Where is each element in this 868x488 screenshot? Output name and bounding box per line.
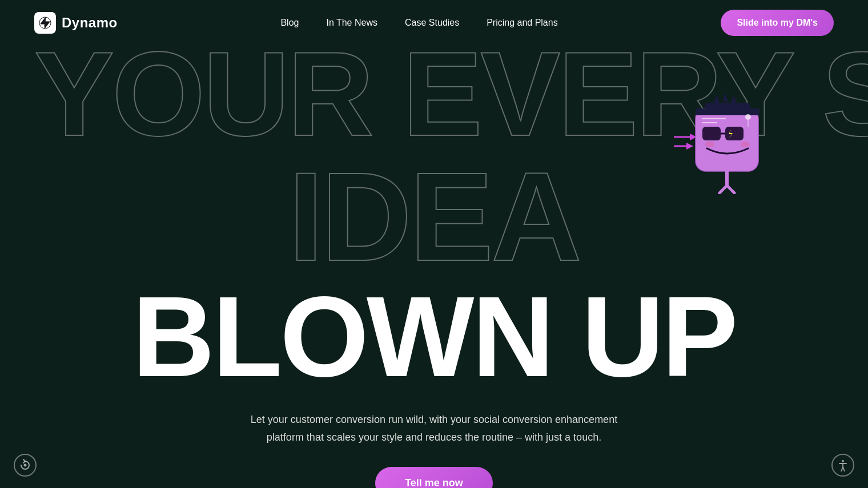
navigation: Dynamo Blog In The News Case Studies Pri… [0, 0, 868, 46]
nav-blog[interactable]: Blog [280, 18, 299, 27]
logo-icon [34, 12, 56, 34]
svg-point-24 [842, 460, 844, 462]
svg-point-18 [741, 142, 750, 147]
logo-link[interactable]: Dynamo [34, 12, 118, 34]
nav-case-studies[interactable]: Case Studies [405, 18, 459, 27]
mascot-illustration [674, 91, 765, 194]
svg-point-21 [745, 114, 751, 120]
hero-section: YOUR EVERY SOCIAL IDEA BLOWN UP [0, 0, 868, 488]
accessibility-icon[interactable] [831, 454, 854, 477]
slide-into-dms-button[interactable]: Slide into my DM's [721, 10, 834, 36]
hero-description: Let your customer conversion run wild, w… [240, 411, 628, 446]
brand-name: Dynamo [62, 15, 118, 31]
svg-line-16 [727, 185, 734, 193]
svg-line-15 [720, 185, 727, 193]
tell-me-now-button[interactable]: Tell me now [375, 467, 493, 488]
hero-solid-line: BLOWN UP [34, 280, 834, 394]
nav-pricing[interactable]: Pricing and Plans [487, 18, 558, 27]
svg-point-17 [705, 142, 714, 147]
svg-point-23 [24, 464, 27, 467]
svg-marker-4 [686, 143, 693, 150]
nav-links: Blog In The News Case Studies Pricing an… [280, 18, 557, 28]
hero-heading: YOUR EVERY SOCIAL IDEA BLOWN UP [34, 34, 834, 394]
svg-marker-12 [722, 92, 728, 102]
svg-marker-11 [714, 94, 720, 103]
svg-marker-13 [731, 95, 737, 103]
refresh-settings-icon[interactable] [14, 454, 37, 477]
svg-rect-7 [725, 127, 744, 140]
svg-rect-10 [696, 108, 760, 115]
svg-rect-6 [702, 127, 721, 140]
nav-in-the-news[interactable]: In The News [326, 18, 377, 27]
